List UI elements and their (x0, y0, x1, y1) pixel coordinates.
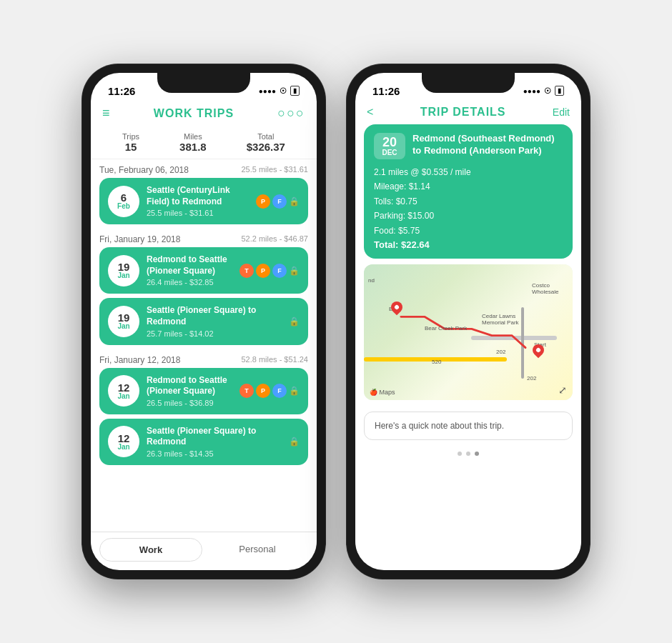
badge-day-4: 12 (118, 382, 130, 393)
trip-subtitle-1: 25.5 miles - $31.61 (147, 209, 249, 217)
more-icon-1[interactable]: ○○○ (277, 106, 305, 121)
battery-icon-2: ▮ (555, 86, 564, 96)
trip-note[interactable]: Here's a quick note about this trip. (364, 412, 573, 440)
lock-icon-1: 🔒 (289, 196, 300, 206)
map-label-costco: CostcoWholesale (532, 282, 558, 295)
date-summary-3: 52.8 miles - $51.24 (241, 355, 308, 365)
stat-trips-value: 15 (122, 141, 139, 153)
badge-day-1: 6 (121, 192, 127, 203)
date-label-3: Fri, January 12, 2018 (99, 355, 180, 365)
stat-trips: Trips 15 (122, 132, 139, 153)
stat-miles-value: 381.8 (179, 141, 207, 153)
date-label-2: Fri, January 19, 2018 (99, 234, 180, 244)
wifi-icon-1: ☉ (280, 86, 287, 96)
tag-t-4: T (239, 384, 254, 398)
date-summary-2: 52.2 miles - $46.87 (241, 234, 308, 244)
date-label-1: Tue, February 06, 2018 (99, 165, 189, 175)
phone-2: 11:26 ●●●● ☉ ▮ < TRIP DETAILS Edit (347, 64, 590, 579)
map-label-nd: nd (368, 277, 375, 284)
detail-mileage: Mileage: $1.14 (374, 179, 563, 194)
trip-info-5: Seattle (Pioneer Square) to Redmond 26.3… (147, 426, 282, 458)
stat-total: Total $326.37 (247, 132, 285, 153)
detail-parking: Parking: $15.00 (374, 209, 563, 223)
map-pin-end (391, 301, 402, 313)
map-label-cedar: Cedar LawnsMemorial Park (482, 313, 519, 326)
dot-2 (466, 452, 470, 456)
trip-info-3: Seattle (Pioneer Square) to Redmond 25.7… (147, 305, 282, 337)
tab-personal[interactable]: Personal (207, 538, 308, 562)
trip-info-2: Redmond to Seattle (Pioneer Square) 26.4… (147, 254, 232, 286)
lock-icon-5: 🔒 (289, 437, 300, 447)
status-icons-2: ●●●● ☉ ▮ (523, 86, 564, 96)
trip-card-3[interactable]: 19 Jan Seattle (Pioneer Square) to Redmo… (99, 298, 308, 344)
trip-card-4[interactable]: 12 Jan Redmond to Seattle (Pioneer Squar… (99, 368, 308, 414)
detail-header: 20 Dec Redmond (Southeast Redmond) to Re… (374, 133, 563, 159)
notch-1 (157, 73, 250, 93)
stat-total-label: Total (247, 132, 285, 141)
badge-month-1: Feb (117, 203, 130, 210)
menu-icon[interactable]: ≡ (102, 106, 110, 121)
tag-f-2: F (272, 264, 287, 278)
date-group-3: Fri, January 12, 2018 52.8 miles - $51.2… (99, 349, 308, 368)
trip-detail-card: 20 Dec Redmond (Southeast Redmond) to Re… (364, 124, 573, 259)
detail-month: Dec (374, 149, 405, 156)
screen-2-content: < TRIP DETAILS Edit 20 Dec Redmond (Sout… (355, 103, 581, 570)
trip-info-1: Seattle (CenturyLink Field) to Redmond 2… (147, 185, 249, 217)
badge-month-2: Jan (117, 272, 129, 279)
map-label-202a: 202 (496, 349, 505, 355)
lock-icon-4: 🔒 (289, 386, 300, 396)
trip-title-5: Seattle (Pioneer Square) to Redmond (147, 426, 282, 448)
nav-bar-1: ≡ WORK TRIPS ○○○ (91, 103, 317, 126)
map-label-520: 520 (432, 359, 441, 365)
badge-day-5: 12 (118, 433, 130, 444)
back-button[interactable]: < (367, 106, 373, 119)
date-group-2: Fri, January 19, 2018 52.2 miles - $46.8… (99, 229, 308, 247)
trip-card-2[interactable]: 19 Jan Redmond to Seattle (Pioneer Squar… (99, 247, 308, 294)
stat-miles-label: Miles (179, 132, 207, 141)
map-container: nd End Bear Creek Park Cedar LawnsMemori… (364, 264, 573, 400)
tab-work[interactable]: Work (99, 538, 202, 562)
phone-1-screen: 11:26 ●●●● ☉ ▮ ≡ WORK TRIPS ○○○ Trips (91, 73, 317, 570)
lock-icon-3: 🔒 (289, 316, 300, 327)
stat-total-value: $326.37 (247, 141, 285, 153)
map-expand-icon[interactable]: ⤢ (558, 384, 567, 396)
signal-icon-2: ●●●● (523, 87, 540, 95)
date-group-1: Tue, February 06, 2018 25.5 miles - $31.… (99, 159, 308, 178)
detail-date-badge: 20 Dec (374, 133, 405, 159)
screen-1-content: ≡ WORK TRIPS ○○○ Trips 15 Miles 381.8 (91, 103, 317, 570)
trip-title-1: Seattle (CenturyLink Field) to Redmond (147, 185, 249, 207)
trip-info-4: Redmond to Seattle (Pioneer Square) 26.5… (147, 375, 232, 407)
tag-p-1: P (256, 194, 270, 209)
detail-rate: 2.1 miles @ $0.535 / mile (374, 165, 563, 179)
stats-bar: Trips 15 Miles 381.8 Total $326.37 (91, 126, 317, 159)
stat-trips-label: Trips (122, 132, 139, 141)
status-icons-1: ●●●● ☉ ▮ (259, 86, 300, 96)
detail-route-title: Redmond (Southeast Redmond) to Redmond (… (412, 133, 563, 157)
trip-tags-4: T P F 🔒 (239, 384, 300, 398)
trip-card-1[interactable]: 6 Feb Seattle (CenturyLink Field) to Red… (99, 178, 308, 224)
trip-tags-3: 🔒 (289, 316, 300, 327)
detail-food: Food: $5.75 (374, 224, 563, 238)
trip-tags-5: 🔒 (289, 437, 300, 447)
trip-title-4: Redmond to Seattle (Pioneer Square) (147, 375, 232, 397)
dot-1 (458, 452, 462, 456)
badge-month-3: Jan (117, 323, 129, 330)
time-2: 11:26 (372, 85, 400, 97)
trip-title-3: Seattle (Pioneer Square) to Redmond (147, 305, 282, 327)
detail-page-title: TRIP DETAILS (420, 106, 506, 119)
map-background: nd End Bear Creek Park Cedar LawnsMemori… (364, 264, 573, 400)
edit-button[interactable]: Edit (553, 106, 570, 118)
trip-card-5[interactable]: 12 Jan Seattle (Pioneer Square) to Redmo… (99, 419, 308, 465)
detail-tolls: Tolls: $0.75 (374, 194, 563, 209)
trip-title-2: Redmond to Seattle (Pioneer Square) (147, 254, 232, 276)
trip-badge-1: 6 Feb (108, 186, 139, 217)
trips-list: Tue, February 06, 2018 25.5 miles - $31.… (91, 159, 317, 532)
trip-subtitle-4: 26.5 miles - $36.89 (147, 399, 232, 407)
trip-tags-1: P F 🔒 (256, 194, 300, 209)
stat-miles: Miles 381.8 (179, 132, 207, 153)
phones-container: 11:26 ●●●● ☉ ▮ ≡ WORK TRIPS ○○○ Trips (82, 64, 590, 579)
detail-items: 2.1 miles @ $0.535 / mile Mileage: $1.14… (374, 165, 563, 250)
phone-2-screen: 11:26 ●●●● ☉ ▮ < TRIP DETAILS Edit (355, 73, 581, 570)
bottom-dots (355, 446, 581, 462)
map-pin-start (533, 344, 544, 356)
